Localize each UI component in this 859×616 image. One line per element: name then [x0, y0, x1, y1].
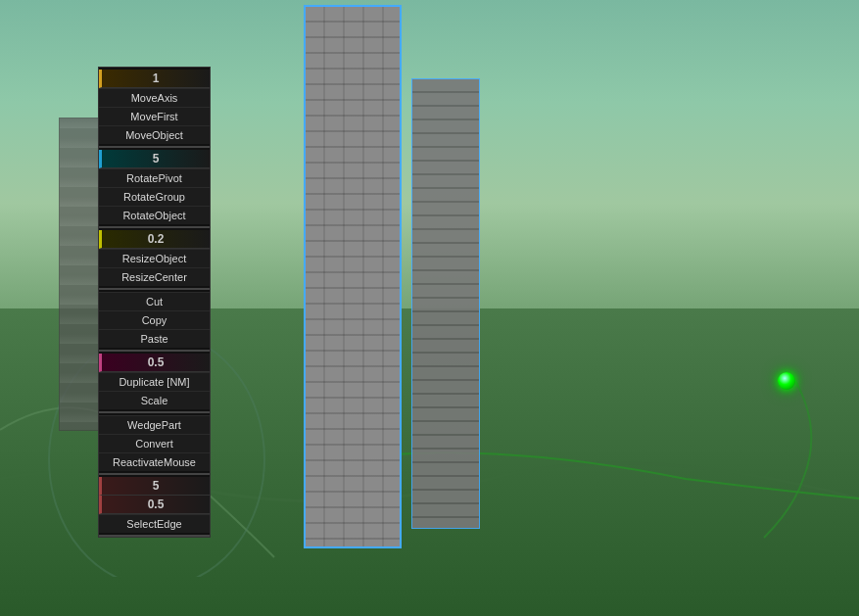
move-header: 1: [99, 70, 210, 88]
btn-wedgepart[interactable]: WedgePart: [99, 415, 210, 434]
section-rotate: 5 RotatePivot RotateGroup RotateObject: [99, 148, 210, 228]
btn-rotateobject[interactable]: RotateObject: [99, 206, 210, 224]
btn-paste[interactable]: Paste: [99, 329, 210, 348]
btn-selectedge[interactable]: SelectEdge: [99, 514, 210, 533]
main-pillar: [304, 5, 402, 548]
right-pillar: [411, 78, 480, 529]
section-duplicate: 0.5 Duplicate [NM] Scale: [99, 352, 210, 413]
rotate-header: 5: [99, 150, 210, 168]
select-header2: 0.5: [99, 496, 210, 514]
btn-reactivatemouse[interactable]: ReactivateMouse: [99, 452, 210, 471]
btn-resizecenter[interactable]: ResizeCenter: [99, 267, 210, 286]
select-header1: 5: [99, 477, 210, 496]
btn-scale[interactable]: Scale: [99, 391, 210, 409]
btn-resizeobject[interactable]: ResizeObject: [99, 249, 210, 267]
btn-convert[interactable]: Convert: [99, 434, 210, 452]
btn-copy[interactable]: Copy: [99, 310, 210, 329]
section-select: 5 0.5 SelectEdge: [99, 475, 210, 537]
left-panel: 1 MoveAxis MoveFirst MoveObject 5 Rotate…: [98, 67, 211, 538]
btn-movefirst[interactable]: MoveFirst: [99, 107, 210, 125]
section-wedge: WedgePart Convert ReactivateMouse: [99, 413, 210, 475]
btn-moveaxis[interactable]: MoveAxis: [99, 88, 210, 107]
btn-cut[interactable]: Cut: [99, 292, 210, 310]
btn-rotatepivot[interactable]: RotatePivot: [99, 168, 210, 187]
green-indicator: [778, 372, 795, 390]
btn-moveobject[interactable]: MoveObject: [99, 125, 210, 144]
btn-duplicate[interactable]: Duplicate [NM]: [99, 372, 210, 391]
btn-rotategroup[interactable]: RotateGroup: [99, 187, 210, 206]
section-resize: 0.2 ResizeObject ResizeCenter: [99, 228, 210, 290]
section-move: 1 MoveAxis MoveFirst MoveObject: [99, 68, 210, 148]
section-clipboard: Cut Copy Paste: [99, 290, 210, 352]
resize-header: 0.2: [99, 230, 210, 249]
duplicate-header: 0.5: [99, 354, 210, 372]
